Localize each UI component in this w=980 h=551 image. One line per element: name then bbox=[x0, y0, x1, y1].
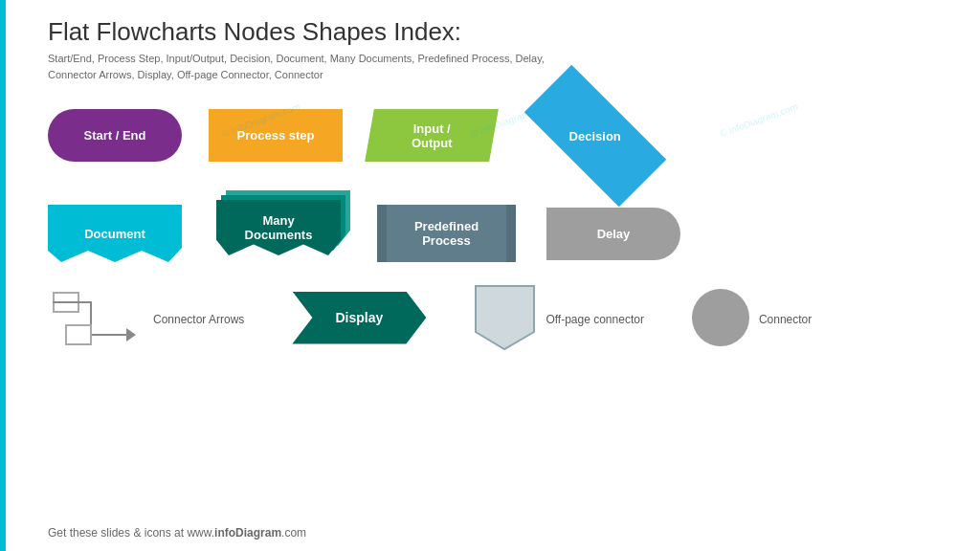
connector-label: Connector bbox=[759, 313, 812, 326]
shapes-row-3: Connector Arrows Display Off-page connec… bbox=[48, 284, 942, 351]
delay-label: Delay bbox=[597, 227, 631, 241]
input-output-label: Input /Output bbox=[412, 121, 453, 150]
many-docs-label: ManyDocuments bbox=[245, 213, 313, 242]
arrow-line-h1 bbox=[53, 301, 91, 303]
shapes-row-1: Start / End Process step Input /Output D… bbox=[48, 99, 942, 171]
shape-item-offpage: Off-page connector bbox=[474, 284, 644, 351]
shape-item-start-end: Start / End bbox=[48, 109, 182, 162]
shape-item-connector-arrows: Connector Arrows bbox=[48, 287, 244, 349]
predefined-label: PredefinedProcess bbox=[414, 219, 479, 248]
display-label: Display bbox=[335, 310, 383, 325]
footer: Get these slides & icons at www.infoDiag… bbox=[48, 526, 306, 540]
decision-label: Decision bbox=[568, 128, 620, 143]
many-docs-shape: ManyDocuments bbox=[212, 200, 346, 267]
connector-box2 bbox=[65, 324, 92, 345]
shape-item-predefined: PredefinedProcess bbox=[377, 205, 516, 262]
connector-shape bbox=[692, 289, 749, 346]
connector-arrows-shape bbox=[48, 287, 144, 349]
arrow-head bbox=[126, 328, 136, 342]
shape-item-decision: Decision bbox=[521, 99, 669, 171]
page-title: Flat Flowcharts Nodes Shapes Index: bbox=[48, 17, 942, 47]
start-end-label: Start / End bbox=[83, 128, 145, 143]
svg-marker-0 bbox=[476, 286, 534, 349]
main-content: Flat Flowcharts Nodes Shapes Index: Star… bbox=[0, 0, 980, 361]
page-subtitle: Start/End, Process Step, Input/Output, D… bbox=[48, 51, 942, 82]
shape-item-input-output: Input /Output bbox=[369, 109, 494, 162]
footer-text: Get these slides & icons at www.infoDiag… bbox=[48, 526, 306, 540]
offpage-connector-shape bbox=[474, 284, 536, 351]
shape-item-delay: Delay bbox=[546, 208, 680, 260]
many-docs-front: ManyDocuments bbox=[216, 200, 341, 255]
predefined-shape: PredefinedProcess bbox=[377, 205, 516, 262]
left-accent-bar bbox=[0, 0, 6, 551]
document-shape: Document bbox=[48, 205, 182, 262]
shape-item-many-docs: ManyDocuments bbox=[212, 200, 346, 267]
shape-item-display: Display bbox=[292, 292, 426, 344]
process-step-label: Process step bbox=[237, 128, 315, 143]
input-output-shape: Input /Output bbox=[365, 109, 499, 162]
delay-shape: Delay bbox=[546, 208, 680, 260]
decision-shape: Decision bbox=[523, 64, 665, 206]
connector-arrows-label: Connector Arrows bbox=[153, 313, 244, 326]
display-shape: Display bbox=[292, 292, 426, 344]
process-step-shape: Process step bbox=[209, 109, 343, 162]
shapes-row-2: Document ManyDocuments PredefinedProcess… bbox=[48, 200, 942, 267]
document-label: Document bbox=[84, 227, 145, 241]
footer-brand: infoDiagram bbox=[214, 526, 281, 540]
shape-item-connector: Connector bbox=[692, 289, 812, 346]
arrow-line-h2 bbox=[90, 334, 130, 336]
start-end-shape: Start / End bbox=[48, 109, 182, 162]
shape-item-process-step: Process step bbox=[209, 109, 343, 162]
shape-item-document: Document bbox=[48, 205, 182, 262]
decision-shape-wrapper: Decision bbox=[521, 99, 669, 171]
offpage-label: Off-page connector bbox=[546, 313, 644, 326]
